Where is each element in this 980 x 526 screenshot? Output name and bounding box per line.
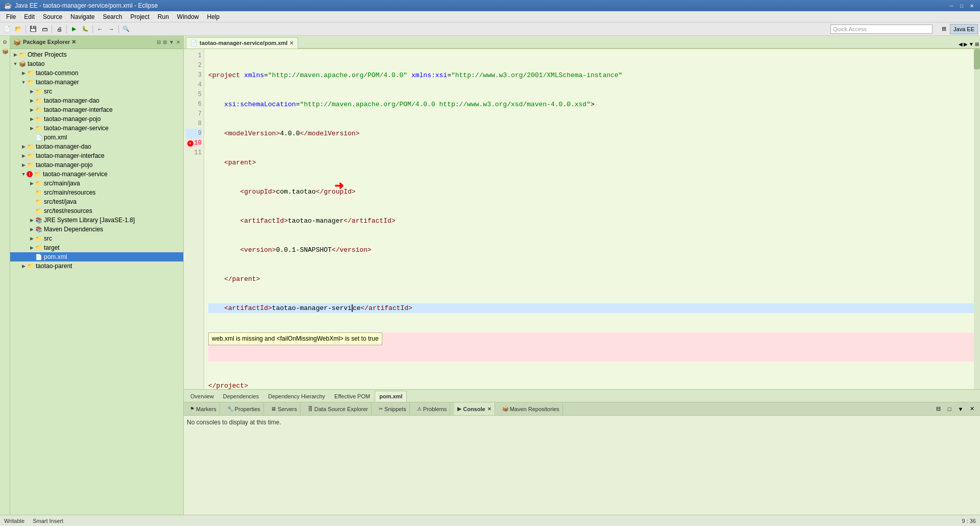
- toolbar-open-btn[interactable]: 📂: [13, 24, 23, 34]
- editor-vscrollbar[interactable]: [974, 49, 980, 389]
- tree-src-test-res[interactable]: ▶ 📁 src/test/resources: [10, 206, 183, 216]
- toolbar-run-btn[interactable]: ▶: [69, 24, 79, 34]
- console-tab-snippets[interactable]: ✂ Snippets: [376, 402, 410, 415]
- tree-manager-service-sub[interactable]: ▶ 📁 taotao-manager-service: [10, 124, 183, 133]
- menu-file[interactable]: File: [2, 12, 20, 21]
- toolbar-print-btn[interactable]: 🖨: [54, 24, 64, 34]
- console-tab-markers[interactable]: ⚑ Markers: [187, 402, 220, 415]
- menu-source[interactable]: Source: [39, 12, 66, 21]
- tree-manager-dao[interactable]: ▶ 📁 taotao-manager-dao: [10, 96, 183, 105]
- java-ee-perspective-btn[interactable]: Java EE: [950, 24, 978, 34]
- tree-top-service[interactable]: ▼ ! 📁 taotao-manager-service: [10, 170, 183, 179]
- problems-icon: ⚠: [417, 406, 422, 412]
- tree-src-test-java[interactable]: ▶ 📁 src/test/java: [10, 197, 183, 206]
- editor-vscroll-thumb[interactable]: [974, 49, 980, 69]
- toolbar-search-btn[interactable]: 🔍: [121, 24, 131, 34]
- src-icon-main-res: 📁: [35, 188, 43, 197]
- console-tab-maven-repos[interactable]: 📦 Maven Repositories: [499, 402, 563, 415]
- editor-tab-label: taotao-manager-service/pom.xml: [200, 40, 287, 46]
- perspective-label: Java EE: [953, 26, 974, 32]
- editor-tab-pom[interactable]: 📄 taotao-manager-service/pom.xml ✕: [186, 37, 298, 49]
- editor-tab-list[interactable]: ▼: [969, 41, 974, 47]
- pe-menu-icon[interactable]: ▼: [169, 39, 174, 45]
- toolbar-debug-btn[interactable]: 🐛: [80, 24, 90, 34]
- tree-arrow-taotao-parent: ▶: [20, 263, 27, 269]
- package-explorer-title: Package Explorer ✕: [23, 39, 155, 45]
- left-icon-1[interactable]: ⚙: [1, 38, 9, 46]
- console-close-icon[interactable]: ✕: [487, 407, 492, 412]
- folder-icon-top-pojo: 📁: [27, 161, 35, 169]
- src-main-res-label: src/main/resources: [44, 189, 95, 196]
- tree-manager-pojo[interactable]: ▶ 📁 taotao-manager-pojo: [10, 114, 183, 124]
- console-tab-properties[interactable]: 🔧 Properties: [224, 402, 264, 415]
- left-icon-2[interactable]: 📦: [1, 47, 9, 55]
- tree-service-target[interactable]: ▶ 📁 target: [10, 243, 183, 252]
- tree-taotao-common[interactable]: ▶ 📁 taotao-common: [10, 68, 183, 78]
- close-button[interactable]: ✕: [968, 2, 976, 10]
- console-tab-problems[interactable]: ⚠ Problems: [414, 402, 450, 415]
- menu-run[interactable]: Run: [154, 12, 173, 21]
- tree-service-src[interactable]: ▶ 📁 src: [10, 234, 183, 243]
- tab-overview[interactable]: Overview: [186, 391, 218, 402]
- tab-dep-hierarchy[interactable]: Dependency Hierarchy: [263, 391, 330, 402]
- main-layout: ⚙ 📦 📦 Package Explorer ✕ ⊟ ⊞ ▼ ✕ ▶ 📁 Oth…: [0, 36, 980, 515]
- toolbar-save-all-btn[interactable]: 🗃: [39, 24, 50, 34]
- editor-content[interactable]: 1 2 3 4 5 6 7 8 9 ✕10 11 <project xmlns=…: [184, 49, 980, 389]
- title-controls[interactable]: ─ □ ✕: [947, 2, 976, 10]
- tree-manager-interface[interactable]: ▶ 📁 taotao-manager-interface: [10, 105, 183, 114]
- tab-pom-xml[interactable]: pom.xml: [375, 391, 407, 402]
- menu-help[interactable]: Help: [203, 12, 224, 21]
- ln4: 4: [186, 80, 202, 90]
- tree-service-pom[interactable]: ▶ 📄 pom.xml: [10, 252, 183, 261]
- tab-dependencies[interactable]: Dependencies: [218, 391, 263, 402]
- code-lines[interactable]: <project xmlns="http://maven.apache.org/…: [204, 49, 980, 389]
- toolbar-back-btn[interactable]: ←: [95, 24, 105, 34]
- editor-maximize[interactable]: ⊞: [975, 41, 979, 47]
- toolbar-save-btn[interactable]: 💾: [28, 24, 38, 34]
- pe-maximize-icon[interactable]: ⊞: [163, 39, 167, 45]
- menu-window[interactable]: Window: [173, 12, 203, 21]
- menu-search[interactable]: Search: [99, 12, 126, 21]
- console-icon-3[interactable]: ▼: [955, 404, 966, 414]
- toolbar-forward-btn[interactable]: →: [106, 24, 116, 34]
- editor-tab-close[interactable]: ✕: [289, 40, 293, 46]
- quick-access-input[interactable]: Quick Access: [830, 25, 933, 34]
- menu-project[interactable]: Project: [126, 12, 153, 21]
- tree-maven-deps[interactable]: ▶ 📚 Maven Dependencies: [10, 225, 183, 234]
- console-icon-2[interactable]: □: [944, 404, 954, 414]
- tree-manager-src[interactable]: ▶ 📁 src: [10, 87, 183, 96]
- editor-scroll-right[interactable]: ▶: [964, 41, 968, 47]
- console-icon-1[interactable]: ⊟: [933, 404, 943, 414]
- tree-taotao[interactable]: ▼ 📦 taotao: [10, 59, 183, 68]
- tree-taotao-parent[interactable]: ▶ 📁 taotao-parent: [10, 261, 183, 271]
- console-tab-servers[interactable]: 🖥 Servers: [268, 402, 301, 415]
- manager-service-sub-label: taotao-manager-service: [44, 125, 109, 132]
- folder-icon-service-src: 📁: [35, 234, 43, 243]
- console-tab-console[interactable]: ▶ Console ✕: [454, 402, 495, 415]
- perspective-toggle-btn[interactable]: ⊞: [939, 24, 949, 34]
- tree-taotao-manager[interactable]: ▼ 📁 taotao-manager: [10, 78, 183, 87]
- menu-navigate[interactable]: Navigate: [66, 12, 99, 21]
- console-icon-4[interactable]: ✕: [967, 404, 977, 414]
- pe-close-icon[interactable]: ✕: [176, 39, 180, 45]
- tree-jre[interactable]: ▶ 📚 JRE System Library [JavaSE-1.8]: [10, 216, 183, 225]
- tree-manager-pom[interactable]: ▶ 📄 pom.xml: [10, 133, 183, 142]
- tree-top-interface[interactable]: ▶ 📁 taotao-manager-interface: [10, 151, 183, 160]
- tree-other-projects[interactable]: ▶ 📁 Other Projects: [10, 50, 183, 59]
- folder-icon-service-target: 📁: [35, 244, 43, 252]
- console-tab-datasource[interactable]: 🗄 Data Source Explorer: [305, 402, 372, 415]
- maximize-button[interactable]: □: [958, 2, 966, 10]
- minimize-button[interactable]: ─: [947, 2, 955, 10]
- toolbar-new-btn[interactable]: 📄: [2, 24, 12, 34]
- tab-effective-pom[interactable]: Effective POM: [330, 391, 375, 402]
- pe-minimize-icon[interactable]: ⊟: [157, 39, 161, 45]
- tree-top-pojo[interactable]: ▶ 📁 taotao-manager-pojo: [10, 160, 183, 170]
- folder-icon-top-service: 📁: [34, 170, 42, 178]
- src-icon-main-java: 📁: [35, 179, 43, 187]
- tree-top-dao[interactable]: ▶ 📁 taotao-manager-dao: [10, 142, 183, 151]
- editor-scroll-left[interactable]: ◀: [959, 41, 963, 47]
- tree-src-main-res[interactable]: ▶ 📁 src/main/resources: [10, 188, 183, 197]
- tree-src-main-java[interactable]: ▶ 📁 src/main/java: [10, 179, 183, 188]
- menu-edit[interactable]: Edit: [20, 12, 39, 21]
- ln2: 2: [186, 61, 202, 70]
